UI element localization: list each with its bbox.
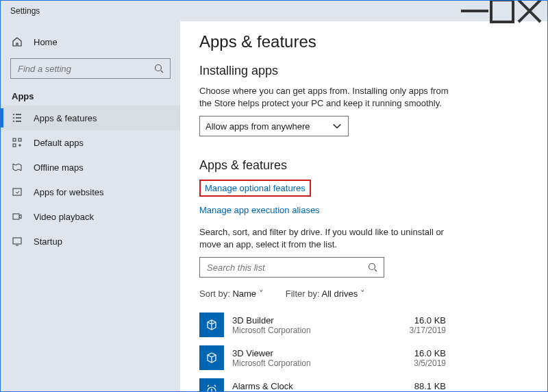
sort-value: Name: [232, 289, 256, 299]
sidebar-item-offline-maps[interactable]: Offline maps: [1, 155, 180, 180]
svg-rect-4: [13, 144, 16, 147]
sidebar-item-label: Startup: [34, 236, 62, 247]
video-icon: [12, 211, 23, 222]
sort-filter-row: Sort by: Name ˅ Filter by: All drives ˅: [199, 289, 528, 299]
sidebar-item-apps-features[interactable]: Apps & features: [1, 106, 180, 130]
svg-rect-3: [18, 138, 21, 141]
map-icon: [12, 162, 23, 173]
app-row-alarms-clock[interactable]: Alarms & Clock Microsoft Corporation 88.…: [199, 374, 446, 391]
app-icon: [199, 378, 224, 391]
sidebar: Home Apps Apps & features Default apps: [1, 21, 180, 391]
window-title: Settings: [10, 6, 40, 16]
manage-optional-features-link[interactable]: Manage optional features: [199, 180, 311, 197]
filter-label: Filter by:: [286, 289, 320, 299]
filter-value: All drives: [321, 289, 358, 299]
chevron-down-icon: ˅: [360, 289, 365, 299]
sidebar-item-startup[interactable]: Startup: [1, 229, 180, 254]
svg-rect-7: [13, 238, 21, 244]
svg-point-8: [369, 264, 375, 270]
installing-heading: Installing apps: [199, 64, 528, 78]
app-date: 3/5/2019: [414, 358, 446, 368]
app-date: 3/17/2019: [410, 326, 446, 335]
dropdown-value: Allow apps from anywhere: [206, 121, 310, 132]
sort-by-dropdown[interactable]: Sort by: Name ˅: [199, 289, 264, 299]
sidebar-item-label: Video playback: [34, 212, 94, 222]
search-icon: [153, 63, 164, 74]
svg-rect-6: [13, 214, 19, 219]
apps-section-body: Search, sort, and filter by drive. If yo…: [199, 226, 453, 250]
sidebar-item-label: Default apps: [34, 138, 84, 148]
startup-icon: [12, 236, 23, 247]
svg-rect-0: [491, 0, 513, 22]
svg-point-1: [155, 65, 162, 71]
minimize-button[interactable]: [461, 1, 488, 21]
svg-rect-5: [13, 188, 21, 195]
sidebar-item-label: Apps for websites: [34, 187, 104, 197]
main-content: Apps & features Installing apps Choose w…: [180, 21, 547, 391]
sidebar-item-label: Offline maps: [34, 162, 84, 173]
list-icon: [12, 112, 23, 123]
sidebar-item-apps-for-websites[interactable]: Apps for websites: [1, 180, 180, 204]
sidebar-home-label: Home: [34, 37, 58, 47]
svg-rect-2: [13, 138, 16, 141]
installing-body: Choose where you can get apps from. Inst…: [199, 85, 453, 109]
chevron-down-icon: [332, 121, 342, 132]
sidebar-section-heading: Apps: [1, 86, 180, 106]
home-icon: [12, 36, 23, 47]
sidebar-search-input[interactable]: [16, 63, 153, 75]
app-size: 88.1 KB: [414, 381, 446, 391]
maximize-button[interactable]: [488, 1, 516, 21]
website-icon: [12, 186, 23, 197]
app-publisher: Microsoft Corporation: [232, 326, 311, 335]
app-row-3d-builder[interactable]: 3D Builder Microsoft Corporation 16.0 KB…: [199, 308, 446, 341]
app-size: 16.0 KB: [410, 315, 446, 326]
sidebar-item-label: Apps & features: [34, 113, 97, 123]
sidebar-search[interactable]: [10, 58, 171, 79]
search-icon: [367, 262, 378, 273]
app-size: 16.0 KB: [414, 348, 446, 358]
defaults-icon: [12, 137, 23, 148]
title-bar: Settings: [1, 1, 547, 21]
chevron-down-icon: ˅: [259, 289, 264, 299]
app-name: 3D Builder: [232, 315, 311, 326]
sidebar-item-default-apps[interactable]: Default apps: [1, 130, 180, 155]
installing-source-dropdown[interactable]: Allow apps from anywhere: [199, 116, 349, 136]
apps-search-input[interactable]: [206, 262, 367, 273]
page-title: Apps & features: [199, 32, 528, 51]
app-name: Alarms & Clock: [232, 381, 311, 391]
apps-section-heading: Apps & features: [199, 158, 528, 173]
app-publisher: Microsoft Corporation: [232, 358, 311, 368]
filter-by-dropdown[interactable]: Filter by: All drives ˅: [286, 289, 365, 299]
sidebar-item-video-playback[interactable]: Video playback: [1, 204, 180, 229]
apps-search[interactable]: [199, 257, 384, 278]
sidebar-home[interactable]: Home: [1, 29, 180, 54]
app-row-3d-viewer[interactable]: 3D Viewer Microsoft Corporation 16.0 KB …: [199, 341, 446, 374]
app-icon: [199, 313, 224, 337]
close-button[interactable]: [516, 1, 543, 21]
window-controls: [461, 1, 543, 21]
sort-label: Sort by:: [199, 289, 230, 299]
app-name: 3D Viewer: [232, 348, 311, 358]
manage-app-aliases-link[interactable]: Manage app execution aliases: [199, 205, 320, 215]
app-icon: [199, 345, 224, 370]
